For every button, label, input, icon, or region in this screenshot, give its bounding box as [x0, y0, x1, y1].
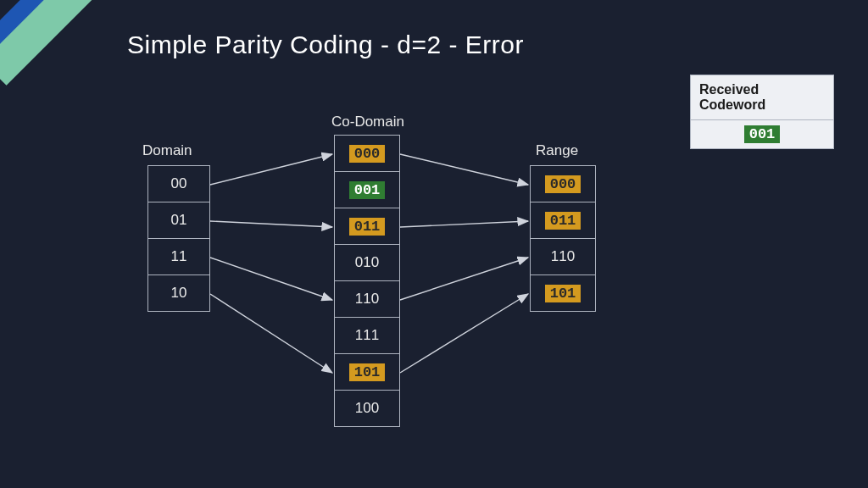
range-column: 000 011 110 101	[530, 166, 596, 312]
codomain-cell: 000	[334, 135, 400, 172]
mapping-arrows	[0, 0, 868, 488]
codomain-label: Co-Domain	[331, 114, 404, 130]
svg-line-7	[400, 294, 528, 373]
range-cell: 101	[530, 274, 596, 312]
svg-line-3	[210, 294, 332, 373]
domain-cell: 10	[147, 274, 210, 312]
corner-ribbon-icon	[0, 0, 76, 76]
domain-column: 00 01 11 10	[147, 166, 210, 312]
range-cell: 011	[530, 202, 596, 239]
range-cell: 000	[530, 165, 596, 202]
codomain-column: 000 001 011 010 110 111 101 100	[334, 136, 400, 427]
received-codeword-header: Received Codeword	[691, 75, 833, 120]
range-label: Range	[536, 142, 578, 159]
domain-label: Domain	[142, 142, 192, 159]
svg-line-5	[400, 221, 528, 227]
codomain-cell: 010	[334, 244, 400, 281]
codomain-cell: 100	[334, 390, 400, 427]
range-cell: 110	[530, 238, 596, 275]
svg-line-0	[210, 154, 332, 185]
page-title: Simple Parity Coding - d=2 - Error	[127, 30, 524, 59]
svg-line-6	[400, 258, 528, 300]
svg-line-1	[210, 221, 332, 227]
codomain-cell: 011	[334, 208, 400, 245]
received-codeword-chip: 001	[744, 125, 781, 143]
svg-line-2	[210, 258, 332, 300]
svg-line-4	[400, 154, 528, 185]
domain-cell: 00	[147, 165, 210, 202]
codomain-cell: 111	[334, 317, 400, 354]
codomain-cell: 101	[334, 353, 400, 391]
received-codeword-value: 001	[691, 120, 833, 148]
received-codeword-box: Received Codeword 001	[690, 75, 834, 149]
domain-cell: 01	[147, 202, 210, 239]
domain-cell: 11	[147, 238, 210, 275]
codomain-cell: 110	[334, 280, 400, 318]
codomain-cell: 001	[334, 171, 400, 208]
